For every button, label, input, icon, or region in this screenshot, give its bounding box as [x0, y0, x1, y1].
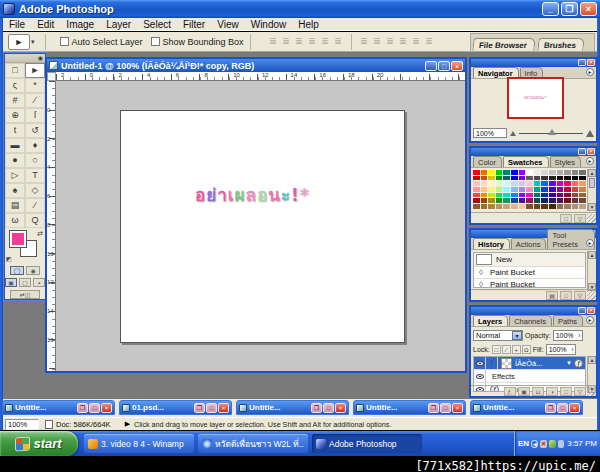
swatch[interactable]: [503, 198, 510, 203]
history-brush-tool[interactable]: ↺: [25, 123, 45, 138]
doc-maximize-button[interactable]: □: [438, 61, 450, 71]
layer-effects-row[interactable]: Effects: [474, 370, 585, 383]
swatch[interactable]: [473, 170, 480, 175]
swatch[interactable]: [564, 170, 571, 175]
swatch[interactable]: [519, 176, 526, 181]
history-item[interactable]: ◊Paint Bucket: [474, 267, 585, 279]
lasso-tool[interactable]: ς: [5, 78, 25, 93]
swatch[interactable]: [496, 198, 503, 203]
swatch[interactable]: [473, 193, 480, 198]
swatch[interactable]: [579, 204, 586, 209]
add-layer-mask-button[interactable]: ▣: [518, 387, 530, 396]
resize-grip[interactable]: [587, 291, 596, 300]
swatch[interactable]: [564, 198, 571, 203]
delete-layer-button[interactable]: ▽: [574, 387, 586, 396]
swatch[interactable]: [519, 193, 526, 198]
swatch[interactable]: [503, 181, 510, 186]
volume-icon[interactable]: [558, 440, 565, 448]
maximize-button[interactable]: □: [89, 403, 100, 413]
new-swatch-button[interactable]: □: [560, 214, 572, 223]
menu-item-window[interactable]: Window: [245, 19, 293, 30]
menu-item-layer[interactable]: Layer: [100, 19, 137, 30]
palette-minimize-button[interactable]: ‾: [578, 148, 586, 155]
swatch[interactable]: [481, 193, 488, 198]
close-button[interactable]: ×: [569, 403, 580, 413]
restore-button[interactable]: ❐: [561, 2, 578, 16]
menu-item-select[interactable]: Select: [137, 19, 177, 30]
swatch[interactable]: [496, 181, 503, 186]
swatch[interactable]: [503, 187, 510, 192]
swatch[interactable]: [496, 176, 503, 181]
swatch[interactable]: [564, 176, 571, 181]
pen-tool[interactable]: ♠: [5, 183, 25, 198]
menu-item-help[interactable]: Help: [292, 19, 325, 30]
blur-tool[interactable]: ●: [5, 153, 25, 168]
align-top-edges-icon[interactable]: [268, 36, 279, 47]
healing-brush-tool[interactable]: ⊕: [5, 108, 25, 123]
path-selection-tool[interactable]: ▷: [5, 168, 25, 183]
lock-transparency-icon[interactable]: □: [492, 345, 501, 354]
rectangular-marquee-tool[interactable]: □: [5, 63, 25, 78]
palette-menu-button[interactable]: ▸: [586, 157, 594, 165]
swatch[interactable]: [519, 170, 526, 175]
swatch[interactable]: [579, 198, 586, 203]
custom-shape-tool[interactable]: ◇: [25, 183, 45, 198]
eyedropper-tool[interactable]: ⁄: [25, 198, 45, 213]
close-button[interactable]: ×: [335, 403, 346, 413]
delete-state-button[interactable]: ▽: [574, 291, 586, 300]
swatch[interactable]: [549, 198, 556, 203]
tab-channels[interactable]: Channels: [509, 315, 552, 326]
align-horizontal-centers-icon[interactable]: [320, 36, 331, 47]
swatch[interactable]: [511, 204, 518, 209]
swatch[interactable]: [549, 170, 556, 175]
swatch[interactable]: [526, 181, 533, 186]
align-bottom-edges-icon[interactable]: [294, 36, 305, 47]
chevron-down-icon[interactable]: ▾: [512, 331, 522, 340]
swatch[interactable]: [579, 193, 586, 198]
align-vertical-centers-icon[interactable]: [281, 36, 292, 47]
swatch[interactable]: [526, 187, 533, 192]
swatch[interactable]: [481, 204, 488, 209]
tab-swatches[interactable]: Swatches: [503, 156, 549, 167]
language-indicator[interactable]: EN: [518, 439, 529, 448]
swatch[interactable]: [572, 198, 579, 203]
hide-icons-icon[interactable]: ◀: [531, 440, 538, 448]
palette-menu-button[interactable]: ▸: [586, 68, 594, 76]
scroll-up-icon[interactable]: ▲: [588, 356, 596, 364]
zoom-in-icon[interactable]: [586, 130, 594, 137]
slice-tool[interactable]: ∕: [25, 93, 45, 108]
tab-paths[interactable]: Paths: [553, 315, 583, 326]
visibility-toggle[interactable]: [474, 357, 486, 369]
close-button[interactable]: ×: [580, 2, 597, 16]
swatch[interactable]: [579, 170, 586, 175]
swatch[interactable]: [534, 181, 541, 186]
swatch[interactable]: [557, 204, 564, 209]
show-bounding-box-checkbox[interactable]: [151, 37, 160, 46]
restore-button[interactable]: ❐: [545, 403, 556, 413]
swatch[interactable]: [557, 198, 564, 203]
swatch[interactable]: [549, 176, 556, 181]
swatch[interactable]: [549, 193, 556, 198]
history-item[interactable]: New: [474, 253, 585, 267]
swatch[interactable]: [488, 170, 495, 175]
swatch[interactable]: [503, 193, 510, 198]
minimized-window[interactable]: Untitle...❐□×: [353, 400, 466, 415]
swatch[interactable]: [557, 176, 564, 181]
zoom-out-icon[interactable]: [510, 131, 516, 136]
new-snapshot-button[interactable]: □: [560, 291, 572, 300]
distribute-left-edges-icon[interactable]: [398, 36, 409, 47]
palette-minimize-button[interactable]: ‾: [578, 307, 586, 314]
move-tool-icon[interactable]: [8, 34, 30, 50]
swatch[interactable]: [541, 193, 548, 198]
add-layer-style-button[interactable]: ƒ.: [504, 387, 516, 396]
swatch[interactable]: [503, 176, 510, 181]
hand-tool[interactable]: ω: [5, 213, 25, 228]
minimized-window[interactable]: 01.psd...❐□×: [119, 400, 232, 415]
restore-button[interactable]: ❐: [311, 403, 322, 413]
restore-button[interactable]: ❐: [194, 403, 205, 413]
swatch[interactable]: [526, 193, 533, 198]
swatch[interactable]: [511, 170, 518, 175]
palette-menu-button[interactable]: ▸: [586, 316, 594, 324]
maximize-button[interactable]: □: [206, 403, 217, 413]
swatch[interactable]: [488, 193, 495, 198]
